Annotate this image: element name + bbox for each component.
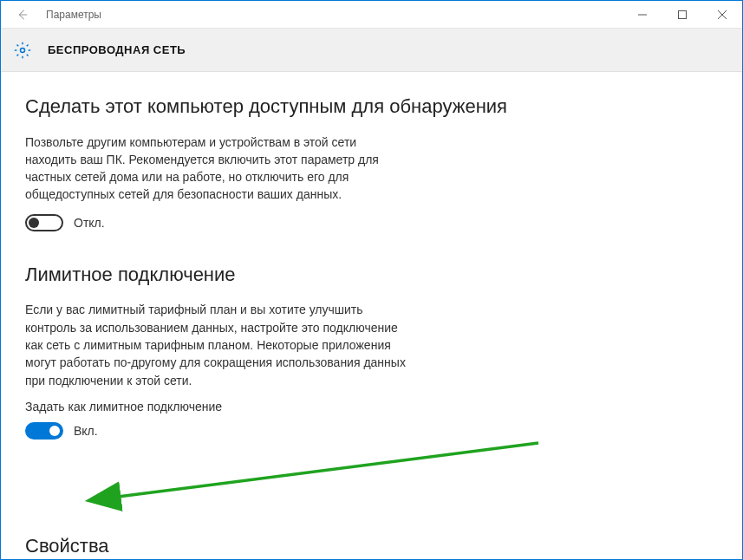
discovery-heading: Сделать этот компьютер доступным для обн… [25,94,718,120]
window-controls [622,1,742,29]
metered-toggle-row: Вкл. [25,422,718,440]
page-header: БЕСПРОВОДНАЯ СЕТЬ [1,29,742,72]
properties-heading: Свойства [25,534,109,559]
metered-sub-label: Задать как лимитное подключение [25,400,718,413]
gear-icon [13,41,32,60]
svg-line-6 [118,443,538,497]
window-title: Параметры [46,9,101,21]
svg-point-4 [21,48,25,52]
back-button[interactable] [8,1,36,29]
content-area: Сделать этот компьютер доступным для обн… [1,72,742,440]
discovery-toggle-row: Откл. [25,214,718,231]
discovery-toggle[interactable] [25,214,63,231]
titlebar: Параметры [1,1,742,29]
metered-toggle-label: Вкл. [74,424,98,438]
back-arrow-icon [16,9,28,21]
svg-rect-1 [679,10,687,18]
close-icon [718,10,727,19]
maximize-button[interactable] [662,1,702,29]
metered-toggle[interactable] [25,422,63,440]
maximize-icon [678,10,687,19]
page-title: БЕСПРОВОДНАЯ СЕТЬ [48,43,186,56]
minimize-icon [638,10,647,19]
discovery-toggle-label: Откл. [74,216,105,230]
discovery-description: Позвольте другим компьютерам и устройств… [25,133,407,204]
close-button[interactable] [702,1,742,29]
metered-description: Если у вас лимитный тарифный план и вы х… [25,301,407,388]
metered-heading: Лимитное подключение [25,263,718,288]
minimize-button[interactable] [622,1,662,29]
